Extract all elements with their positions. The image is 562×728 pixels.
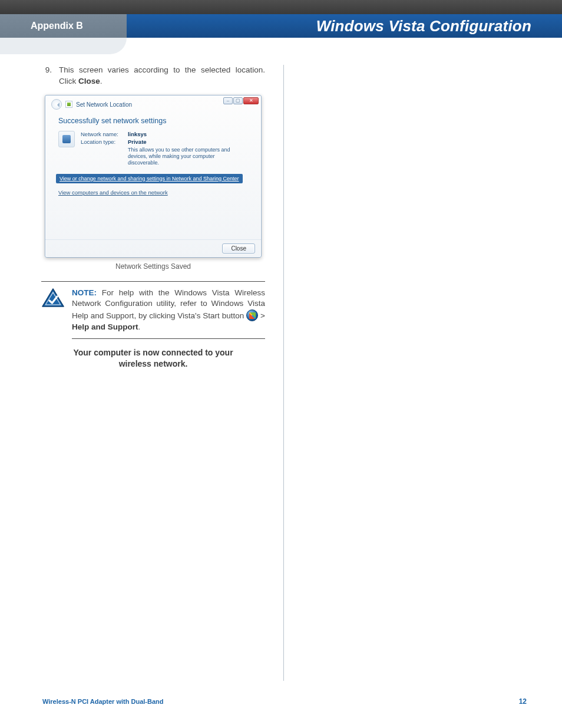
close-icon[interactable]: ✕ <box>243 97 259 104</box>
footer-product: Wireless-N PCI Adapter with Dual-Band <box>42 698 163 705</box>
note-tail: . <box>138 322 141 331</box>
network-location-icon <box>65 101 72 108</box>
summary-values: linksys Private This allows you to see o… <box>128 131 234 166</box>
set-network-location-dialog: – ▢ ✕ Set Network Location Successfully … <box>45 95 262 257</box>
header-top-bar <box>0 0 562 14</box>
page-title: Windows Vista Configuration <box>127 14 562 38</box>
page-footer: Wireless-N PCI Adapter with Dual-Band 12 <box>42 697 527 706</box>
dialog-screenshot: – ▢ ✕ Set Network Location Successfully … <box>45 95 262 257</box>
value-network-name: linksys <box>128 131 234 139</box>
step-number: 9. <box>41 65 52 87</box>
label-location-type: Location type: <box>81 139 118 146</box>
breadcrumb-text: Set Network Location <box>76 101 132 108</box>
column-rule <box>283 65 284 681</box>
close-button[interactable]: Close <box>222 243 255 253</box>
note-gt: > <box>258 311 265 320</box>
step-text-2: . <box>100 77 103 85</box>
step-text: This screen varies according to the sele… <box>59 65 265 87</box>
summary-labels: Network name: Location type: <box>81 131 118 166</box>
footer-page-number: 12 <box>519 697 527 706</box>
step-9: 9. This screen varies according to the s… <box>41 65 265 87</box>
note-block: NOTE: For help with the Windows Vista Wi… <box>41 281 265 340</box>
label-network-name: Network name: <box>81 131 118 139</box>
link-view-computers[interactable]: View computers and devices on the networ… <box>58 189 252 196</box>
dialog-body: Successfully set network settings Networ… <box>45 112 261 197</box>
appendix-label: Appendix B <box>0 14 127 38</box>
network-summary: Network name: Location type: linksys Pri… <box>58 131 252 166</box>
titlebar-controls: – ▢ ✕ <box>223 97 259 104</box>
note-icon <box>41 288 65 311</box>
note-lead: NOTE: <box>72 288 97 297</box>
dialog-heading: Successfully set network settings <box>58 117 252 125</box>
link-network-sharing-center[interactable]: View or change network and sharing setti… <box>56 174 243 183</box>
conclusion-text: Your computer is now connected to your w… <box>41 347 265 370</box>
note-body: For help with the Windows Vista Wireless… <box>72 288 265 320</box>
note-text: NOTE: For help with the Windows Vista Wi… <box>72 288 265 340</box>
value-location-type: Private <box>128 139 234 146</box>
main-column: 9. This screen varies according to the s… <box>41 65 265 370</box>
maximize-icon[interactable]: ▢ <box>233 97 243 104</box>
dialog-footer: Close <box>45 239 261 253</box>
header-corner <box>0 38 127 54</box>
location-description: This allows you to see other computers a… <box>128 147 234 167</box>
figure-caption: Network Settings Saved <box>41 262 265 271</box>
minimize-icon[interactable]: – <box>223 97 233 104</box>
step-text-bold: Close <box>78 77 100 85</box>
vista-start-icon <box>246 309 258 321</box>
back-icon[interactable] <box>51 99 62 110</box>
note-bold: Help and Support <box>72 322 138 331</box>
header-strip: Appendix B Windows Vista Configuration <box>0 14 562 38</box>
network-icon <box>58 131 75 147</box>
